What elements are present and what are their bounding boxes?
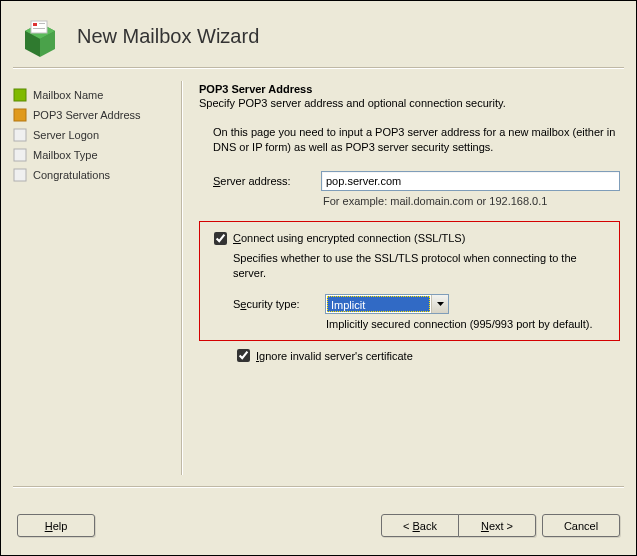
step-current-icon [13, 108, 27, 122]
button-bar: Help < Back Next > Cancel [1, 486, 636, 555]
step-label: POP3 Server Address [33, 109, 141, 121]
step-pending-icon [13, 148, 27, 162]
content-area: Mailbox Name POP3 Server Address Server … [1, 69, 636, 475]
step-pending-icon [13, 168, 27, 182]
server-address-label: Server address: [213, 175, 311, 187]
step-server-logon: Server Logon [13, 125, 165, 145]
chevron-down-icon [437, 302, 444, 306]
cancel-button[interactable]: Cancel [542, 514, 620, 537]
button-bar-divider [13, 486, 624, 488]
step-mailbox-type: Mailbox Type [13, 145, 165, 165]
step-done-icon [13, 88, 27, 102]
step-label: Mailbox Name [33, 89, 103, 101]
server-address-input[interactable] [321, 171, 620, 191]
svg-rect-6 [39, 23, 45, 24]
dropdown-button[interactable] [431, 295, 448, 313]
ssl-highlight-box: Connect using encrypted connection (SSL/… [199, 221, 620, 342]
step-sidebar: Mailbox Name POP3 Server Address Server … [13, 81, 165, 475]
security-type-label: Security type: [233, 298, 315, 310]
svg-rect-4 [31, 21, 47, 33]
step-label: Server Logon [33, 129, 99, 141]
help-button[interactable]: Help [17, 514, 95, 537]
wizard-title: New Mailbox Wizard [77, 25, 259, 48]
ignore-cert-checkbox[interactable] [237, 349, 250, 362]
ssl-description: Specifies whether to use the SSL/TLS pro… [233, 251, 609, 281]
wizard-window: New Mailbox Wizard Mailbox Name POP3 Ser… [0, 0, 637, 556]
svg-rect-9 [14, 109, 26, 121]
page-instruction: On this page you need to input a POP3 se… [213, 125, 620, 155]
ignore-cert-label[interactable]: Ignore invalid server's certificate [256, 350, 413, 362]
ssl-checkbox-row: Connect using encrypted connection (SSL/… [214, 232, 609, 245]
mailbox-icon [19, 15, 61, 57]
page-title: POP3 Server Address [199, 83, 620, 95]
svg-rect-11 [14, 149, 26, 161]
step-congratulations: Congratulations [13, 165, 165, 185]
svg-rect-5 [33, 23, 37, 26]
svg-rect-7 [33, 28, 45, 29]
security-type-select[interactable]: Implicit [325, 294, 449, 314]
wizard-header: New Mailbox Wizard [1, 1, 636, 67]
svg-rect-12 [14, 169, 26, 181]
ssl-checkbox[interactable] [214, 232, 227, 245]
step-mailbox-name: Mailbox Name [13, 85, 165, 105]
step-label: Congratulations [33, 169, 110, 181]
svg-rect-8 [14, 89, 26, 101]
next-button[interactable]: Next > [458, 514, 536, 537]
sidebar-divider [181, 81, 183, 475]
back-button[interactable]: < Back [381, 514, 459, 537]
server-address-row: Server address: [213, 171, 620, 191]
security-type-value: Implicit [327, 296, 430, 312]
ssl-checkbox-label[interactable]: Connect using encrypted connection (SSL/… [233, 232, 465, 244]
server-address-hint: For example: mail.domain.com or 192.168.… [323, 195, 620, 207]
security-type-row: Security type: Implicit [233, 294, 609, 314]
svg-rect-10 [14, 129, 26, 141]
main-panel: POP3 Server Address Specify POP3 server … [199, 81, 624, 475]
step-label: Mailbox Type [33, 149, 98, 161]
security-type-hint: Implicitly secured connection (995/993 p… [326, 318, 609, 330]
svg-marker-13 [437, 302, 444, 306]
step-pending-icon [13, 128, 27, 142]
step-pop3-server-address: POP3 Server Address [13, 105, 165, 125]
page-subtitle: Specify POP3 server address and optional… [199, 97, 620, 109]
ignore-cert-row: Ignore invalid server's certificate [237, 349, 620, 362]
